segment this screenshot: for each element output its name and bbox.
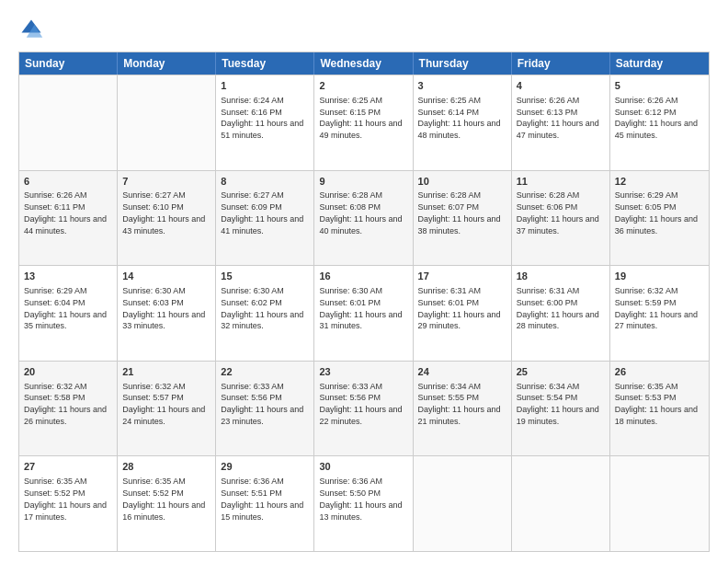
day-number: 10	[418, 175, 506, 189]
cal-header-saturday: Saturday	[610, 52, 709, 75]
day-number: 6	[24, 175, 112, 189]
cell-info: Sunrise: 6:32 AM Sunset: 5:59 PM Dayligh…	[615, 286, 698, 330]
cell-info: Sunrise: 6:27 AM Sunset: 6:09 PM Dayligh…	[221, 190, 303, 235]
cal-cell-r4-c6	[610, 456, 709, 551]
cell-info: Sunrise: 6:35 AM Sunset: 5:53 PM Dayligh…	[615, 382, 698, 426]
cell-info: Sunrise: 6:27 AM Sunset: 6:10 PM Dayligh…	[122, 190, 205, 235]
day-number: 2	[319, 79, 407, 93]
day-number: 27	[24, 460, 112, 474]
header	[18, 17, 710, 42]
day-number: 28	[122, 460, 210, 474]
cal-header-sunday: Sunday	[19, 52, 118, 75]
cal-cell-r4-c0: 27Sunrise: 6:35 AM Sunset: 5:52 PM Dayli…	[19, 456, 118, 551]
day-number: 19	[615, 270, 704, 283]
day-number: 7	[122, 175, 210, 189]
day-number: 11	[517, 175, 605, 189]
cal-cell-r0-c2: 1Sunrise: 6:24 AM Sunset: 6:16 PM Daylig…	[216, 75, 314, 170]
day-number: 20	[24, 365, 112, 379]
cal-cell-r0-c0	[19, 75, 118, 170]
day-number: 9	[319, 175, 407, 189]
cal-cell-r0-c5: 4Sunrise: 6:26 AM Sunset: 6:13 PM Daylig…	[512, 75, 610, 170]
cal-row-1: 6Sunrise: 6:26 AM Sunset: 6:11 PM Daylig…	[19, 170, 709, 266]
cal-cell-r1-c5: 11Sunrise: 6:28 AM Sunset: 6:06 PM Dayli…	[512, 171, 610, 266]
cell-info: Sunrise: 6:31 AM Sunset: 6:00 PM Dayligh…	[517, 286, 599, 330]
cal-cell-r1-c6: 12Sunrise: 6:29 AM Sunset: 6:05 PM Dayli…	[610, 171, 709, 266]
cal-cell-r2-c4: 17Sunrise: 6:31 AM Sunset: 6:01 PM Dayli…	[414, 266, 512, 361]
cal-header-friday: Friday	[512, 52, 610, 75]
day-number: 8	[221, 175, 309, 189]
cal-cell-r2-c1: 14Sunrise: 6:30 AM Sunset: 6:03 PM Dayli…	[118, 266, 216, 361]
day-number: 14	[122, 270, 210, 283]
cal-cell-r4-c4	[414, 456, 512, 551]
cell-info: Sunrise: 6:34 AM Sunset: 5:55 PM Dayligh…	[418, 382, 501, 426]
cal-row-3: 20Sunrise: 6:32 AM Sunset: 5:58 PM Dayli…	[19, 361, 709, 456]
cal-header-tuesday: Tuesday	[216, 52, 314, 75]
cal-cell-r3-c0: 20Sunrise: 6:32 AM Sunset: 5:58 PM Dayli…	[19, 362, 118, 456]
cell-info: Sunrise: 6:30 AM Sunset: 6:02 PM Dayligh…	[221, 286, 303, 330]
cell-info: Sunrise: 6:29 AM Sunset: 6:04 PM Dayligh…	[24, 286, 107, 330]
cal-cell-r4-c1: 28Sunrise: 6:35 AM Sunset: 5:52 PM Dayli…	[118, 456, 216, 551]
cell-info: Sunrise: 6:36 AM Sunset: 5:51 PM Dayligh…	[221, 477, 303, 521]
cal-cell-r0-c1	[118, 75, 216, 170]
page: SundayMondayTuesdayWednesdayThursdayFrid…	[0, 0, 728, 563]
cal-cell-r3-c4: 24Sunrise: 6:34 AM Sunset: 5:55 PM Dayli…	[414, 362, 512, 456]
cell-info: Sunrise: 6:24 AM Sunset: 6:16 PM Dayligh…	[221, 96, 303, 140]
cal-cell-r4-c2: 29Sunrise: 6:36 AM Sunset: 5:51 PM Dayli…	[216, 456, 314, 551]
day-number: 3	[418, 79, 506, 93]
cell-info: Sunrise: 6:28 AM Sunset: 6:06 PM Dayligh…	[517, 190, 599, 235]
cal-row-0: 1Sunrise: 6:24 AM Sunset: 6:16 PM Daylig…	[19, 75, 709, 170]
cal-cell-r0-c4: 3Sunrise: 6:25 AM Sunset: 6:14 PM Daylig…	[414, 75, 512, 170]
cal-cell-r1-c2: 8Sunrise: 6:27 AM Sunset: 6:09 PM Daylig…	[216, 171, 314, 266]
cal-cell-r3-c6: 26Sunrise: 6:35 AM Sunset: 5:53 PM Dayli…	[610, 362, 709, 456]
calendar-body: 1Sunrise: 6:24 AM Sunset: 6:16 PM Daylig…	[19, 75, 709, 551]
day-number: 4	[517, 79, 605, 93]
day-number: 18	[517, 270, 605, 283]
cell-info: Sunrise: 6:26 AM Sunset: 6:12 PM Dayligh…	[615, 96, 698, 140]
logo-icon	[18, 17, 44, 42]
cal-cell-r0-c6: 5Sunrise: 6:26 AM Sunset: 6:12 PM Daylig…	[610, 75, 709, 170]
cell-info: Sunrise: 6:33 AM Sunset: 5:56 PM Dayligh…	[319, 382, 402, 426]
cal-cell-r2-c0: 13Sunrise: 6:29 AM Sunset: 6:04 PM Dayli…	[19, 266, 118, 361]
cell-info: Sunrise: 6:31 AM Sunset: 6:01 PM Dayligh…	[418, 286, 501, 330]
cell-info: Sunrise: 6:32 AM Sunset: 5:58 PM Dayligh…	[24, 382, 107, 426]
cal-row-2: 13Sunrise: 6:29 AM Sunset: 6:04 PM Dayli…	[19, 265, 709, 361]
cell-info: Sunrise: 6:28 AM Sunset: 6:08 PM Dayligh…	[319, 190, 402, 235]
cal-cell-r1-c0: 6Sunrise: 6:26 AM Sunset: 6:11 PM Daylig…	[19, 171, 118, 266]
day-number: 5	[615, 79, 704, 93]
day-number: 25	[517, 365, 605, 379]
cal-cell-r1-c1: 7Sunrise: 6:27 AM Sunset: 6:10 PM Daylig…	[118, 171, 216, 266]
day-number: 17	[418, 270, 506, 283]
cal-header-thursday: Thursday	[414, 52, 512, 75]
cal-cell-r3-c3: 23Sunrise: 6:33 AM Sunset: 5:56 PM Dayli…	[314, 362, 413, 456]
cal-cell-r3-c1: 21Sunrise: 6:32 AM Sunset: 5:57 PM Dayli…	[118, 362, 216, 456]
cell-info: Sunrise: 6:30 AM Sunset: 6:01 PM Dayligh…	[319, 286, 402, 330]
cal-cell-r3-c2: 22Sunrise: 6:33 AM Sunset: 5:56 PM Dayli…	[216, 362, 314, 456]
cell-info: Sunrise: 6:35 AM Sunset: 5:52 PM Dayligh…	[122, 477, 205, 521]
day-number: 26	[615, 365, 704, 379]
cell-info: Sunrise: 6:25 AM Sunset: 6:14 PM Dayligh…	[418, 96, 501, 140]
cell-info: Sunrise: 6:28 AM Sunset: 6:07 PM Dayligh…	[418, 190, 501, 235]
day-number: 12	[615, 175, 704, 189]
cell-info: Sunrise: 6:35 AM Sunset: 5:52 PM Dayligh…	[24, 477, 107, 521]
calendar-header-row: SundayMondayTuesdayWednesdayThursdayFrid…	[19, 52, 709, 75]
cal-header-wednesday: Wednesday	[314, 52, 413, 75]
day-number: 23	[319, 365, 407, 379]
cal-header-monday: Monday	[118, 52, 216, 75]
day-number: 15	[221, 270, 309, 283]
cell-info: Sunrise: 6:33 AM Sunset: 5:56 PM Dayligh…	[221, 382, 303, 426]
cal-cell-r1-c4: 10Sunrise: 6:28 AM Sunset: 6:07 PM Dayli…	[414, 171, 512, 266]
day-number: 30	[319, 460, 407, 474]
cell-info: Sunrise: 6:29 AM Sunset: 6:05 PM Dayligh…	[615, 190, 698, 235]
cal-cell-r2-c2: 15Sunrise: 6:30 AM Sunset: 6:02 PM Dayli…	[216, 266, 314, 361]
cal-cell-r1-c3: 9Sunrise: 6:28 AM Sunset: 6:08 PM Daylig…	[314, 171, 413, 266]
cell-info: Sunrise: 6:26 AM Sunset: 6:13 PM Dayligh…	[517, 96, 599, 140]
cal-cell-r3-c5: 25Sunrise: 6:34 AM Sunset: 5:54 PM Dayli…	[512, 362, 610, 456]
day-number: 24	[418, 365, 506, 379]
cal-cell-r0-c3: 2Sunrise: 6:25 AM Sunset: 6:15 PM Daylig…	[314, 75, 413, 170]
cal-row-4: 27Sunrise: 6:35 AM Sunset: 5:52 PM Dayli…	[19, 455, 709, 551]
day-number: 29	[221, 460, 309, 474]
calendar: SundayMondayTuesdayWednesdayThursdayFrid…	[18, 52, 710, 552]
cal-cell-r4-c5	[512, 456, 610, 551]
day-number: 16	[319, 270, 407, 283]
logo	[18, 17, 48, 42]
